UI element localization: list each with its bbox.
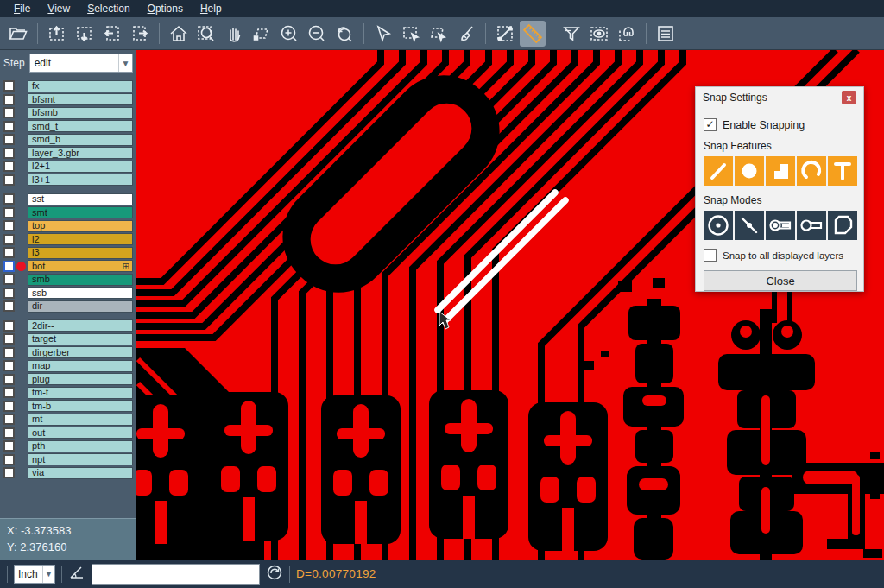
- layer-checkbox[interactable]: [3, 161, 15, 172]
- layer-row-ssb[interactable]: ssb: [0, 287, 136, 300]
- snap-feature-line-button[interactable]: [704, 156, 733, 186]
- layer-row-fx[interactable]: fx: [0, 79, 136, 93]
- layer-label[interactable]: l3+1: [28, 174, 133, 186]
- layer-label[interactable]: dirgerber: [28, 346, 133, 358]
- layer-label[interactable]: sst: [28, 193, 133, 205]
- layer-checkbox[interactable]: [3, 427, 15, 439]
- snap-mode-key-filled-button[interactable]: [766, 211, 795, 240]
- layer-row-out[interactable]: out: [0, 427, 136, 440]
- layer-label[interactable]: smt: [28, 206, 133, 218]
- layer-label[interactable]: smd_t: [28, 120, 133, 132]
- layer-label[interactable]: 2dir--: [28, 319, 133, 332]
- layer-row-npt[interactable]: npt: [0, 453, 136, 467]
- layer-checkbox[interactable]: [3, 261, 15, 272]
- layer-row-mt[interactable]: mt: [0, 413, 136, 427]
- checkbox-checked-icon[interactable]: ✓: [704, 118, 717, 131]
- layer-row-layer_3.gbr[interactable]: layer_3.gbr: [0, 147, 136, 161]
- scroll-down-button[interactable]: [72, 21, 98, 47]
- layer-label[interactable]: dir: [28, 300, 133, 313]
- measure-input[interactable]: [92, 564, 260, 585]
- layer-row-map[interactable]: map: [0, 359, 136, 373]
- snap-mode-midpoint-button[interactable]: [735, 211, 764, 240]
- layer-checkbox[interactable]: [3, 300, 15, 312]
- layer-checkbox[interactable]: [3, 374, 15, 385]
- layer-label[interactable]: tm-b: [28, 400, 133, 412]
- layer-checkbox[interactable]: [3, 320, 15, 332]
- close-icon[interactable]: x: [842, 91, 856, 104]
- select-rectangle-button[interactable]: [398, 21, 424, 47]
- snap-feature-pad-button[interactable]: [735, 156, 764, 186]
- layer-checkbox[interactable]: [3, 333, 15, 345]
- checkbox-unchecked-icon[interactable]: [704, 249, 717, 262]
- layer-checkbox[interactable]: [3, 274, 15, 285]
- layer-label[interactable]: bot⊞: [28, 260, 133, 272]
- layer-row-l3+1[interactable]: l3+1: [0, 174, 136, 187]
- layer-label[interactable]: via: [28, 467, 133, 479]
- zoom-polygon-button[interactable]: [249, 21, 275, 47]
- snap-mode-key-outline-button[interactable]: [797, 211, 826, 240]
- layer-row-dir[interactable]: dir: [0, 300, 136, 313]
- layer-label[interactable]: smd_b: [28, 134, 133, 146]
- layer-row-smd_t[interactable]: smd_t: [0, 120, 136, 134]
- scroll-right-button[interactable]: [127, 21, 153, 47]
- layer-label[interactable]: bfsmb: [28, 107, 133, 119]
- layer-row-top[interactable]: top: [0, 219, 136, 233]
- home-view-button[interactable]: [166, 21, 192, 47]
- scroll-left-button[interactable]: [99, 21, 125, 47]
- snap-feature-arc-button[interactable]: [797, 156, 826, 186]
- layer-checkbox[interactable]: [3, 234, 15, 245]
- dialog-close-button[interactable]: Close: [704, 270, 857, 291]
- layer-checkbox[interactable]: [3, 401, 15, 412]
- menu-help[interactable]: Help: [192, 1, 230, 16]
- layer-row-2dir--[interactable]: 2dir--: [0, 319, 136, 333]
- layer-row-sst[interactable]: sst: [0, 193, 136, 206]
- zoom-out-button[interactable]: [304, 21, 330, 47]
- layer-checkbox[interactable]: [3, 121, 15, 132]
- layer-label[interactable]: ssb: [28, 287, 133, 299]
- zoom-previous-button[interactable]: [332, 21, 357, 47]
- layer-row-bot[interactable]: bot⊞: [0, 260, 136, 274]
- layer-row-dirgerber[interactable]: dirgerber: [0, 346, 136, 360]
- menu-view[interactable]: View: [39, 1, 79, 16]
- menu-selection[interactable]: Selection: [79, 1, 138, 16]
- layer-row-l2+1[interactable]: l2+1: [0, 160, 136, 174]
- layer-checkbox[interactable]: [3, 220, 15, 231]
- layer-row-l2[interactable]: l2: [0, 233, 136, 247]
- select-cursor-button[interactable]: [370, 21, 396, 47]
- layer-checkbox[interactable]: [3, 440, 15, 452]
- layer-checkbox[interactable]: [3, 454, 15, 465]
- layer-row-smt[interactable]: smt: [0, 206, 136, 220]
- layer-checkbox[interactable]: [3, 467, 15, 478]
- layer-checkbox[interactable]: [3, 247, 15, 258]
- snap-mode-center-button[interactable]: [704, 211, 733, 240]
- layer-label[interactable]: smb: [28, 274, 133, 286]
- snap-feature-text-button[interactable]: [828, 156, 857, 186]
- menu-file[interactable]: File: [5, 1, 39, 16]
- layer-checkbox[interactable]: [3, 134, 15, 145]
- zoom-window-button[interactable]: [193, 21, 219, 47]
- layer-label[interactable]: out: [28, 427, 133, 439]
- layer-label[interactable]: layer_3.gbr: [28, 147, 133, 159]
- layer-label[interactable]: l3: [28, 247, 133, 259]
- layer-row-bfsmb[interactable]: bfsmb: [0, 106, 136, 120]
- unit-select[interactable]: Inch ▼: [14, 565, 55, 584]
- clean-brush-button[interactable]: [453, 21, 479, 47]
- layer-label[interactable]: l2+1: [28, 161, 133, 173]
- snap-all-layers-checkbox[interactable]: Snap to all displayed layers: [704, 249, 856, 262]
- measure-ruler-button[interactable]: [520, 21, 546, 47]
- layer-row-plug[interactable]: plug: [0, 373, 136, 387]
- layer-checkbox[interactable]: [3, 80, 15, 92]
- select-polygon-button[interactable]: [426, 21, 451, 47]
- layer-label[interactable]: npt: [28, 453, 133, 465]
- snap-feature-surface-button[interactable]: [766, 156, 795, 186]
- pan-hand-button[interactable]: [221, 21, 247, 47]
- layer-label[interactable]: top: [28, 220, 133, 232]
- view-window-button[interactable]: [586, 21, 612, 47]
- enable-snapping-checkbox[interactable]: ✓ Enable Snapping: [704, 118, 856, 131]
- layer-row-tm-t[interactable]: tm-t: [0, 386, 136, 400]
- layer-row-smd_b[interactable]: smd_b: [0, 133, 136, 147]
- layer-checkbox[interactable]: [3, 107, 15, 118]
- layer-label[interactable]: tm-t: [28, 387, 133, 399]
- layer-checkbox[interactable]: [3, 148, 15, 159]
- layer-row-smb[interactable]: smb: [0, 273, 136, 287]
